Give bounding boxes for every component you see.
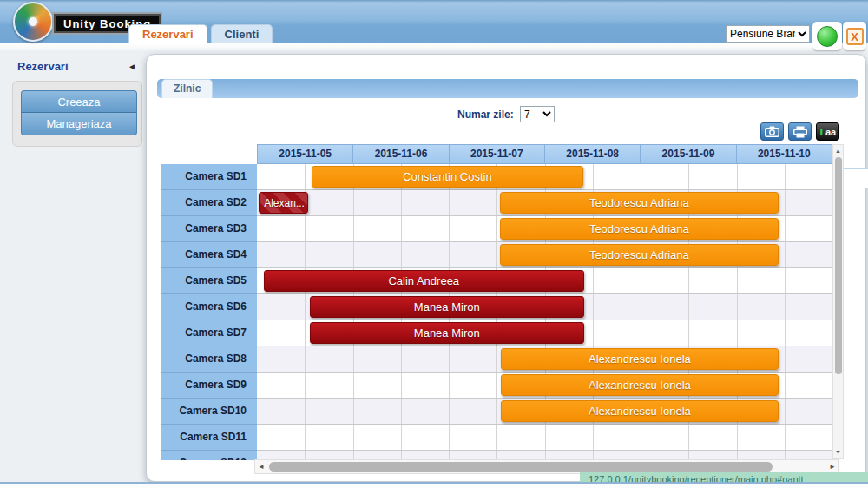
- gantt-row: Camera SD9Alexandrescu Ionela: [161, 373, 832, 399]
- grid-line: [641, 425, 641, 450]
- grid-line: [305, 294, 306, 320]
- reservation-bar[interactable]: Manea Miron: [310, 296, 584, 318]
- text-size-button[interactable]: I aa: [816, 122, 839, 141]
- gantt-row: Camera SD8Alexandrescu Ionela: [161, 346, 832, 373]
- scroll-up-icon[interactable]: ▲: [833, 146, 843, 156]
- gantt-track[interactable]: Teodorescu Adriana: [257, 242, 832, 268]
- reservation-bar[interactable]: Alexandrescu Ionela: [501, 348, 779, 370]
- reservation-bar[interactable]: Calin Andreea: [264, 270, 584, 292]
- tab-zilnic[interactable]: Zilnic: [161, 79, 213, 98]
- sidebar-collapse-icon[interactable]: ◄: [128, 62, 136, 71]
- grid-line: [737, 164, 738, 189]
- reservation-bar[interactable]: Teodorescu Adriana: [500, 192, 779, 214]
- tab-rezervari[interactable]: Rezervari: [128, 24, 207, 43]
- gantt-body: Camera SD1Constantin CostinCamera SD2Ale…: [161, 164, 832, 460]
- main-panel: Zilnic Gantt Numar zile: 7: [146, 54, 866, 482]
- reservation-bar[interactable]: Alexandrescu Ionela: [501, 374, 779, 396]
- reservation-bar[interactable]: Teodorescu Adriana: [500, 244, 779, 266]
- grid-line: [449, 373, 450, 398]
- gantt-track[interactable]: Alexan...Teodorescu Adriana: [257, 190, 832, 216]
- grid-line: [401, 190, 402, 215]
- date-header-cell: 2015-11-08: [544, 144, 640, 164]
- tab-clienti[interactable]: Clienti: [211, 24, 273, 43]
- gantt-track[interactable]: Alexandrescu Ionela: [257, 346, 832, 373]
- gantt-row: Camera SD10Alexandrescu Ionela: [161, 399, 832, 425]
- gantt-chart: 2015-11-052015-11-062015-11-072015-11-08…: [161, 144, 832, 460]
- unity-booking-logo-icon: [13, 2, 53, 42]
- grid-line: [785, 216, 786, 241]
- grid-line: [353, 373, 354, 398]
- grid-line: [305, 242, 306, 267]
- view-tabbar: Zilnic Gantt: [157, 79, 858, 98]
- grid-line: [305, 399, 306, 424]
- scroll-left-icon[interactable]: ◄: [256, 460, 266, 473]
- camera-icon: [765, 126, 779, 137]
- online-status-icon: [817, 26, 838, 47]
- days-control: Numar zile: 7: [147, 106, 865, 122]
- horizontal-scroll-thumb[interactable]: [269, 462, 773, 472]
- close-tile: X: [843, 22, 866, 50]
- gantt-track[interactable]: Manea Miron: [257, 294, 832, 320]
- grid-line: [496, 242, 497, 267]
- reservation-bar[interactable]: Teodorescu Adriana: [500, 218, 779, 240]
- reservation-bar[interactable]: Alexandrescu Ionela: [501, 400, 779, 422]
- print-button[interactable]: [788, 122, 812, 141]
- grid-line: [449, 399, 450, 424]
- room-label: Camera SD5: [161, 268, 257, 294]
- gantt-track[interactable]: Manea Miron: [257, 320, 832, 346]
- reservation-bar[interactable]: Alexan...: [259, 192, 307, 214]
- screenshot-button[interactable]: [760, 122, 784, 141]
- room-label: Camera SD8: [161, 346, 257, 373]
- grid-line: [688, 268, 689, 293]
- grid-line: [641, 294, 641, 320]
- grid-line: [353, 242, 354, 267]
- room-label: Camera SD9: [161, 373, 257, 399]
- property-select[interactable]: Pensiune Bran: [726, 25, 810, 43]
- room-label: Camera SD12: [161, 451, 257, 460]
- gantt-track[interactable]: Alexandrescu Ionela: [257, 399, 832, 425]
- grid-line: [353, 346, 354, 372]
- gantt-track[interactable]: Constantin Costin: [257, 164, 832, 190]
- grid-line: [785, 242, 786, 267]
- gantt-row: Camera SD1Constantin Costin: [161, 164, 832, 190]
- scroll-down-icon[interactable]: ▼: [833, 447, 843, 458]
- grid-line: [496, 425, 497, 450]
- grid-line: [401, 425, 402, 450]
- sidebar-item-creeaza[interactable]: Creeaza: [21, 90, 137, 113]
- grid-line: [593, 164, 594, 189]
- close-button[interactable]: X: [846, 28, 864, 45]
- reservation-bar[interactable]: Constantin Costin: [312, 166, 583, 188]
- grid-line: [785, 164, 786, 189]
- room-label: Camera SD6: [161, 294, 257, 320]
- grid-line: [305, 373, 306, 398]
- days-select[interactable]: 7: [520, 106, 555, 122]
- grid-line: [449, 190, 450, 215]
- sidebar-item-manageriaza[interactable]: Manageriaza: [21, 113, 137, 135]
- toolbar: I aa: [760, 122, 839, 141]
- grid-line: [688, 425, 689, 450]
- grid-line: [785, 294, 786, 320]
- grid-line: [401, 242, 402, 267]
- room-label: Camera SD7: [161, 320, 257, 346]
- text-size-label: aa: [825, 127, 836, 137]
- gantt-row: Camera SD11: [161, 425, 832, 451]
- grid-line: [545, 425, 546, 450]
- gantt-track[interactable]: Teodorescu Adriana: [257, 216, 832, 242]
- grid-line: [401, 216, 402, 241]
- grid-line: [785, 425, 786, 450]
- gantt-date-header: 2015-11-052015-11-062015-11-072015-11-08…: [257, 144, 832, 164]
- grid-line: [737, 294, 738, 320]
- grid-line: [593, 320, 594, 346]
- vertical-scrollbar[interactable]: ▲ ▼: [832, 144, 844, 459]
- grid-line: [305, 346, 306, 372]
- gantt-track[interactable]: Alexandrescu Ionela: [257, 373, 832, 399]
- grid-line: [449, 346, 450, 372]
- scroll-right-icon[interactable]: ►: [827, 460, 838, 473]
- gantt-track[interactable]: Calin Andreea: [257, 268, 832, 294]
- vertical-scroll-thumb[interactable]: [835, 157, 842, 374]
- date-header-cell: 2015-11-10: [736, 144, 832, 164]
- grid-line: [593, 294, 594, 320]
- date-header-cell: 2015-11-06: [352, 144, 448, 164]
- gantt-track[interactable]: [257, 425, 832, 451]
- reservation-bar[interactable]: Manea Miron: [310, 322, 584, 344]
